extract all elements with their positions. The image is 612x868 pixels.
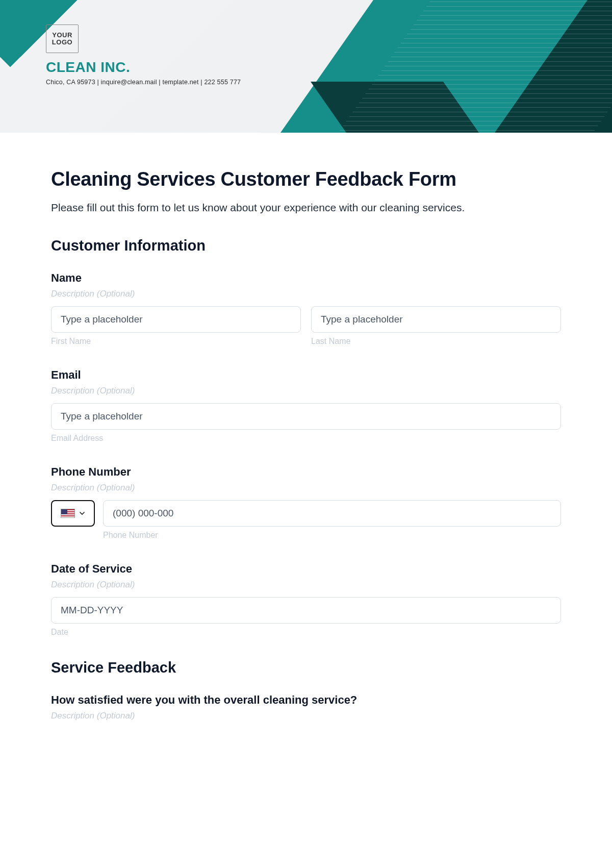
first-name-sublabel: First Name: [51, 337, 301, 346]
field-desc-satisfaction: Description (Optional): [51, 711, 561, 721]
phone-placeholder: (000) 000-000: [113, 508, 173, 519]
section-heading-service-feedback: Service Feedback: [51, 659, 561, 676]
last-name-placeholder: Type a placeholder: [321, 314, 403, 325]
field-label-name: Name: [51, 271, 561, 285]
last-name-sublabel: Last Name: [311, 337, 561, 346]
field-desc-date: Description (Optional): [51, 580, 561, 590]
field-label-email: Email: [51, 368, 561, 382]
form-title: Cleaning Services Customer Feedback Form: [51, 168, 561, 190]
email-placeholder: Type a placeholder: [61, 411, 143, 422]
chevron-down-icon: [79, 510, 85, 516]
field-phone: Phone Number Description (Optional): [51, 465, 561, 540]
us-flag-icon: [61, 509, 75, 518]
section-heading-customer-info: Customer Information: [51, 237, 561, 254]
country-code-select[interactable]: [51, 500, 95, 527]
header-banner: YOUR LOGO CLEAN INC. Chico, CA 95973 | i…: [0, 0, 612, 133]
field-label-phone: Phone Number: [51, 465, 561, 479]
field-satisfaction: How satisfied were you with the overall …: [51, 693, 561, 721]
brand-block: YOUR LOGO CLEAN INC. Chico, CA 95973 | i…: [46, 24, 241, 86]
form-intro: Please fill out this form to let us know…: [51, 202, 561, 214]
field-label-date: Date of Service: [51, 562, 561, 576]
field-desc-phone: Description (Optional): [51, 483, 561, 493]
phone-sublabel: Phone Number: [103, 531, 561, 540]
first-name-input[interactable]: Type a placeholder: [51, 306, 301, 333]
date-input[interactable]: MM-DD-YYYY: [51, 597, 561, 624]
logo-placeholder: YOUR LOGO: [46, 24, 79, 53]
field-desc-email: Description (Optional): [51, 386, 561, 396]
field-name: Name Description (Optional) Type a place…: [51, 271, 561, 346]
form-body: Cleaning Services Customer Feedback Form…: [0, 133, 612, 749]
field-date: Date of Service Description (Optional) M…: [51, 562, 561, 637]
field-email: Email Description (Optional) Type a plac…: [51, 368, 561, 443]
email-input[interactable]: Type a placeholder: [51, 403, 561, 430]
field-desc-name: Description (Optional): [51, 289, 561, 299]
date-placeholder: MM-DD-YYYY: [61, 605, 123, 616]
company-name: CLEAN INC.: [46, 59, 241, 76]
phone-input[interactable]: (000) 000-000: [103, 500, 561, 527]
last-name-input[interactable]: Type a placeholder: [311, 306, 561, 333]
logo-text: YOUR LOGO: [52, 32, 72, 45]
field-label-satisfaction: How satisfied were you with the overall …: [51, 693, 561, 707]
email-sublabel: Email Address: [51, 434, 561, 443]
company-contact-line: Chico, CA 95973 | inquire@clean.mail | t…: [46, 79, 241, 86]
first-name-placeholder: Type a placeholder: [61, 314, 143, 325]
date-sublabel: Date: [51, 628, 561, 637]
